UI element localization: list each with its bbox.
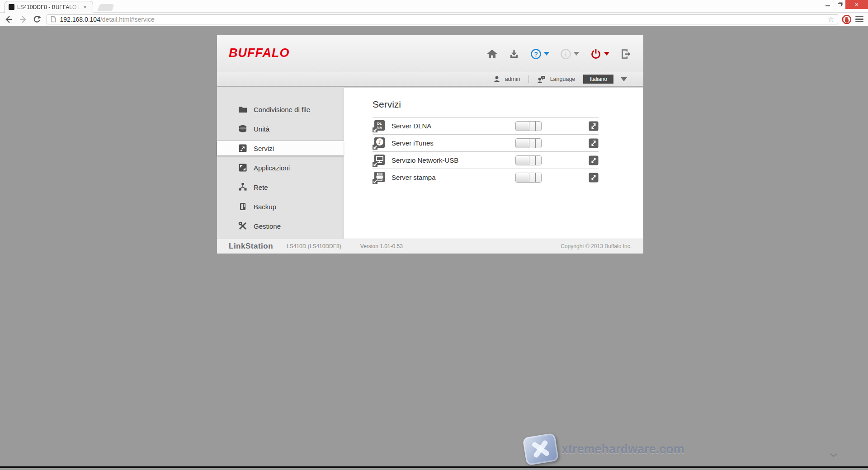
adblock-extension-icon[interactable] [842, 14, 852, 24]
info-dropdown-arrow-icon [574, 52, 579, 56]
username: admin [505, 76, 520, 82]
forward-icon[interactable] [17, 14, 29, 25]
svg-text:i: i [565, 50, 567, 57]
version-label: Version 1.01-0.53 [360, 243, 403, 249]
sidebar-item-applications[interactable]: Applicazioni [217, 160, 344, 175]
printer-icon [373, 171, 385, 184]
info-dropdown[interactable]: i [560, 48, 579, 60]
service-row-dlna: DLNA Server DLNA [373, 118, 599, 135]
user-icon [493, 75, 500, 83]
logout-button[interactable] [620, 48, 632, 60]
tab-favicon [9, 4, 14, 10]
language-label: Language [550, 76, 576, 82]
home-button[interactable] [486, 48, 498, 60]
dlna-expand-icon[interactable] [589, 121, 599, 131]
language-dropdown-icon[interactable] [621, 77, 627, 81]
sidebar-item-label: Condivisione di file [254, 106, 310, 113]
logout-icon [620, 48, 632, 60]
toggle-knob [516, 139, 529, 148]
bookmark-star-icon[interactable]: ☆ [828, 16, 834, 23]
browser-menu-icon[interactable] [855, 16, 863, 23]
tab-strip: LS410DDF8 - BUFFALO Lin × × [0, 0, 868, 13]
xtremehardware-logo-icon [523, 433, 559, 466]
print-expand-icon[interactable] [589, 173, 599, 183]
sidebar-item-label: Gestione [254, 222, 281, 230]
services-icon [238, 144, 247, 153]
window-controls: × [822, 0, 868, 9]
url-host: 192.168.0.104 [60, 16, 100, 23]
tab-title: LS410DDF8 - BUFFALO Lin [17, 4, 80, 10]
network-icon [238, 183, 247, 192]
info-icon: i [560, 48, 571, 60]
backup-icon [238, 202, 247, 211]
page-header: BUFFALO ? i [217, 35, 643, 72]
service-name: Server iTunes [392, 139, 515, 147]
svg-text:NA: NA [377, 126, 382, 130]
sidebar-item-label: Applicazioni [254, 164, 290, 172]
service-name: Server DLNA [392, 122, 515, 130]
model-label: LS410D (LS410DDF8) [287, 243, 341, 249]
print-toggle[interactable] [515, 173, 542, 183]
restore-button[interactable] [834, 0, 845, 9]
sidebar-item-network[interactable]: Rete [217, 180, 344, 194]
toggle-knob [516, 122, 529, 131]
sidebar-item-backup[interactable]: Backup [217, 199, 344, 214]
service-row-print: Server stampa [373, 169, 599, 186]
network-usb-toggle[interactable] [515, 155, 542, 165]
new-tab-button[interactable] [97, 4, 114, 11]
browser-toolbar: 192.168.0.104/detail.html#service ☆ [0, 13, 868, 26]
power-dropdown[interactable] [590, 48, 609, 60]
help-dropdown-arrow-icon [544, 52, 549, 56]
browser-chrome: LS410DDF8 - BUFFALO Lin × × 192.168.0.10… [0, 0, 868, 26]
sidebar-item-label: Unità [254, 125, 269, 133]
tab-close-icon[interactable]: × [83, 4, 87, 10]
sidebar-item-label: Rete [254, 183, 268, 191]
page-title: Servizi [373, 99, 643, 110]
page-main: Condivisione di file Unità Servizi Appli… [217, 87, 643, 239]
services-list: DLNA Server DLNA ♪ Server iTunes Servizi… [373, 117, 599, 186]
sidebar-item-management[interactable]: Gestione [217, 219, 344, 233]
toggle-knob [516, 156, 529, 165]
network-usb-expand-icon[interactable] [589, 155, 599, 165]
service-row-network-usb: Servizio Network-USB [373, 152, 599, 169]
applications-icon [238, 163, 247, 172]
copyright-label: Copyright © 2013 Buffalo Inc. [561, 243, 632, 249]
sidebar-item-file-sharing[interactable]: Condivisione di file [217, 102, 344, 117]
chevron-down-icon [830, 453, 838, 457]
address-bar[interactable]: 192.168.0.104/detail.html#service ☆ [47, 14, 838, 24]
userbar-divider [528, 75, 529, 83]
content-panel: Servizi DLNA Server DLNA ♪ Server iTunes [344, 88, 643, 239]
minimize-button[interactable] [822, 0, 834, 9]
browser-tab[interactable]: LS410DDF8 - BUFFALO Lin × [5, 1, 93, 13]
refresh-icon[interactable] [32, 14, 43, 25]
itunes-expand-icon[interactable] [589, 138, 599, 148]
buffalo-logo: BUFFALO [229, 46, 290, 60]
dlna-icon: DLNA [373, 120, 385, 132]
home-icon [486, 48, 498, 60]
close-button[interactable]: × [845, 0, 868, 9]
service-row-itunes: ♪ Server iTunes [373, 135, 599, 152]
power-dropdown-arrow-icon [604, 52, 609, 56]
page-icon [51, 16, 56, 23]
url-path: /detail.html#service [100, 16, 155, 23]
svg-text:♪: ♪ [378, 139, 382, 145]
itunes-toggle[interactable] [515, 138, 542, 148]
sidebar-item-label: Backup [254, 203, 276, 211]
download-icon [509, 48, 519, 59]
help-dropdown[interactable]: ? [530, 48, 549, 60]
back-icon[interactable] [3, 14, 14, 25]
sidebar-item-drives[interactable]: Unità [217, 122, 344, 136]
folder-icon [238, 105, 247, 114]
drive-icon [238, 124, 247, 133]
download-button[interactable] [509, 48, 519, 59]
screen-edge [0, 466, 868, 468]
watermark: xtremehardware.com [524, 435, 684, 463]
language-value[interactable]: Italiano [583, 75, 613, 84]
network-usb-icon [373, 154, 385, 167]
toggle-knob [516, 173, 529, 182]
dlna-toggle[interactable] [515, 121, 542, 131]
svg-text:?: ? [534, 50, 538, 57]
itunes-icon: ♪ [373, 137, 385, 150]
page-background: BUFFALO ? i [0, 26, 868, 468]
sidebar-item-services[interactable]: Servizi [217, 141, 344, 155]
